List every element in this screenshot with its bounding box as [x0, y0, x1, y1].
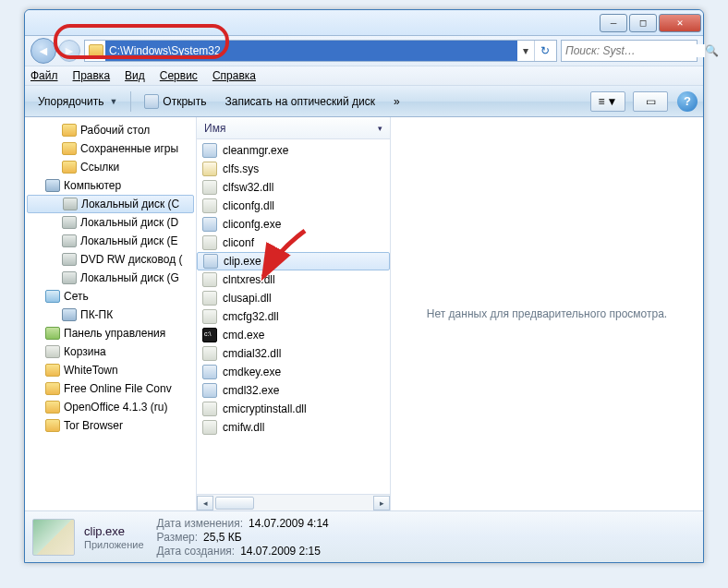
file-icon [202, 180, 217, 195]
back-button[interactable]: ◄ [30, 38, 56, 64]
file-row[interactable]: cmd.exe [197, 326, 390, 344]
file-row[interactable]: cmdl32.exe [197, 381, 390, 400]
file-row[interactable]: cmdkey.exe [197, 363, 390, 381]
menu-view[interactable]: Вид [125, 69, 145, 82]
search-icon[interactable]: 🔍 [705, 44, 719, 57]
close-button[interactable]: ✕ [659, 14, 701, 32]
tree-node[interactable]: Рабочий стол [25, 121, 196, 139]
tree-node[interactable]: DVD RW дисковод ( [25, 250, 196, 269]
address-input[interactable] [105, 41, 517, 61]
tree-node[interactable]: Компьютер [25, 176, 196, 195]
file-name: cmdial32.dll [223, 347, 281, 360]
file-icon [202, 309, 217, 324]
file-name: cmdl32.exe [223, 384, 279, 397]
file-icon [202, 291, 217, 306]
file-row[interactable]: clusapi.dll [197, 289, 390, 307]
menu-edit[interactable]: Правка [73, 69, 111, 82]
tree-node[interactable]: Локальный диск (E [25, 232, 196, 250]
address-bar[interactable]: ▾ ↻ [84, 40, 557, 62]
app-icon [144, 94, 159, 109]
tree-node[interactable]: Free Online File Conv [25, 379, 196, 398]
file-thumbnail [32, 519, 75, 556]
refresh-button[interactable]: ↻ [534, 41, 554, 61]
maximize-button[interactable]: □ [629, 14, 657, 32]
tree-label: Ссылки [80, 161, 119, 174]
toolbar: Упорядочить▼ Открыть Записать на оптичес… [25, 86, 703, 117]
drive-icon [63, 198, 78, 210]
tree-node[interactable]: Локальный диск (D [25, 213, 196, 232]
tree-node[interactable]: Локальный диск (G [25, 269, 196, 287]
search-box[interactable]: 🔍 [561, 40, 698, 62]
file-row[interactable]: cliconf [197, 234, 390, 252]
menu-help[interactable]: Справка [212, 69, 256, 82]
file-row[interactable]: clntxres.dll [197, 270, 390, 289]
pc-icon [45, 179, 60, 192]
preview-pane-button[interactable]: ▭ [633, 91, 668, 112]
file-icon [202, 383, 217, 398]
tree-node[interactable]: Tor Browser [25, 416, 196, 435]
open-button[interactable]: Открыть [137, 90, 213, 114]
file-column: Имя▾ cleanmgr.execlfs.sysclfsw32.dllclic… [197, 117, 391, 510]
menu-file[interactable]: Файл [30, 69, 58, 82]
tree-node[interactable]: Ссылки [25, 158, 196, 176]
file-name: cliconfg.dll [223, 199, 274, 212]
file-row[interactable]: cmifw.dll [197, 418, 390, 437]
folder-icon [45, 382, 60, 395]
details-filetype: Приложение [84, 539, 144, 550]
tree-node[interactable]: Сеть [25, 287, 196, 306]
content-body: Рабочий столСохраненные игрыСсылкиКомпью… [25, 117, 703, 510]
address-dropdown[interactable]: ▾ [517, 44, 534, 57]
file-row[interactable]: cmcfg32.dll [197, 307, 390, 326]
tree-node[interactable]: WhiteTown [25, 361, 196, 379]
file-icon [202, 328, 217, 342]
organize-button[interactable]: Упорядочить▼ [30, 90, 125, 114]
file-icon [202, 198, 217, 213]
minimize-button[interactable]: — [600, 14, 627, 32]
details-modified-value: 14.07.2009 4:14 [249, 517, 329, 530]
tree-label: OpenOffice 4.1.3 (ru) [64, 401, 168, 414]
column-header-name[interactable]: Имя▾ [197, 117, 390, 139]
scroll-thumb[interactable] [215, 497, 254, 510]
search-input[interactable] [565, 44, 705, 57]
file-name: cleanmgr.exe [223, 144, 288, 157]
file-row[interactable]: clfs.sys [197, 160, 390, 178]
file-icon [202, 217, 217, 232]
file-icon [202, 365, 217, 379]
file-row[interactable]: cliconfg.dll [197, 197, 390, 215]
burn-button[interactable]: Записать на оптический диск [217, 90, 382, 114]
horizontal-scrollbar[interactable]: ◂ ▸ [197, 494, 390, 510]
tree-node[interactable]: ПК-ПК [25, 306, 196, 324]
tree-label: Tor Browser [64, 419, 123, 432]
tree-label: Корзина [64, 345, 106, 358]
file-icon [202, 402, 217, 416]
file-name: clip.exe [224, 255, 261, 268]
file-name: cmcfg32.dll [223, 310, 279, 323]
help-button[interactable]: ? [677, 91, 698, 112]
more-button[interactable]: » [386, 90, 407, 114]
tree-node[interactable]: OpenOffice 4.1.3 (ru) [25, 398, 196, 416]
view-mode-button[interactable]: ≡▼ [590, 91, 625, 112]
drive-icon [62, 253, 77, 266]
file-row[interactable]: clip.exe [197, 252, 390, 270]
nav-tree[interactable]: Рабочий столСохраненные игрыСсылкиКомпью… [25, 117, 197, 510]
file-row[interactable]: cleanmgr.exe [197, 141, 390, 160]
tree-label: ПК-ПК [80, 308, 113, 321]
file-list[interactable]: cleanmgr.execlfs.sysclfsw32.dllcliconfg.… [197, 139, 390, 494]
file-row[interactable]: clfsw32.dll [197, 178, 390, 197]
scroll-left-button[interactable]: ◂ [197, 496, 213, 510]
net-icon [45, 290, 60, 303]
file-row[interactable]: cmdial32.dll [197, 344, 390, 363]
tree-node[interactable]: Локальный диск (C [27, 195, 194, 213]
tree-label: Рабочий стол [80, 124, 150, 137]
menu-tools[interactable]: Сервис [160, 69, 198, 82]
tree-node[interactable]: Сохраненные игры [25, 139, 196, 158]
tree-node[interactable]: Панель управления [25, 324, 196, 342]
forward-button[interactable]: ► [58, 40, 80, 62]
file-row[interactable]: cliconfg.exe [197, 215, 390, 234]
preview-pane: Нет данных для предварительного просмотр… [391, 117, 703, 510]
tree-node[interactable]: Корзина [25, 342, 196, 361]
titlebar[interactable]: — □ ✕ [25, 10, 703, 36]
file-row[interactable]: cmicryptinstall.dll [197, 400, 390, 418]
scroll-right-button[interactable]: ▸ [373, 496, 390, 510]
details-created-value: 14.07.2009 2:15 [240, 545, 321, 558]
